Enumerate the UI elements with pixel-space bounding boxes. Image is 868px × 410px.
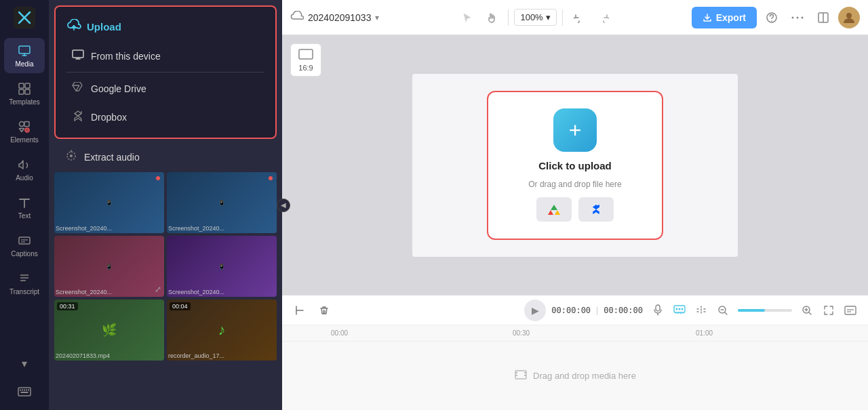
fit-to-screen-btn[interactable] [819, 301, 838, 320]
pointer-tool-btn[interactable] [456, 7, 478, 28]
ruler-mark-30: 00:30 [513, 329, 530, 337]
chevron-down-icon: ▾ [17, 356, 32, 371]
user-avatar[interactable] [838, 7, 860, 28]
google-drive-upload-btn[interactable] [536, 197, 572, 222]
drop-media-label: Drag and drop media here [533, 371, 636, 381]
sidebar-item-media[interactable]: Media [4, 38, 45, 73]
elements-icon [17, 119, 32, 134]
svg-point-46 [676, 308, 678, 310]
dropbox-item[interactable]: Dropbox [61, 103, 270, 131]
media-label-6: recorder_audio_17... [168, 352, 275, 359]
zoom-in-timeline-btn[interactable] [797, 301, 816, 320]
split-btn[interactable] [692, 301, 711, 320]
export-button[interactable]: Export [692, 7, 757, 28]
svg-point-34 [771, 20, 772, 22]
sidebar-item-captions[interactable]: Captions [4, 228, 45, 263]
from-device-item[interactable]: From this device [61, 43, 270, 69]
sidebar-expand-btn[interactable]: ▾ [4, 350, 45, 376]
delete-btn[interactable] [315, 301, 334, 320]
ai-caption-btn[interactable] [670, 301, 689, 320]
svg-rect-27 [73, 50, 83, 58]
timeline-separator: | [596, 306, 598, 315]
svg-rect-7 [25, 89, 30, 94]
media-thumb-3[interactable]: 📱 ⤢ Screenshot_20240... [54, 236, 164, 297]
media-thumb-4[interactable]: 📱 Screenshot_20240... [167, 236, 277, 297]
svg-point-47 [679, 308, 681, 310]
thumb-placeholder-4: 📱 [218, 264, 225, 270]
sidebar-item-transcript[interactable]: Transcript [4, 266, 45, 301]
hand-tool-btn[interactable] [481, 7, 502, 28]
svg-rect-13 [19, 237, 30, 244]
svg-point-31 [70, 155, 73, 157]
media-label-5: 202402071833.mp4 [56, 352, 163, 359]
sidebar-templates-label: Templates [9, 98, 40, 106]
sidebar-item-text[interactable]: Text [4, 190, 45, 225]
split-view-btn[interactable] [812, 7, 834, 28]
media-grid: 📱 Screenshot_20240... 📱 Screenshot_20240… [49, 169, 282, 363]
sidebar-elements-label: Elements [10, 136, 39, 144]
play-button[interactable]: ▶ [524, 300, 546, 321]
canvas-zone: 16:9 + Click to upload Or drag and drop … [282, 35, 868, 295]
upload-box[interactable]: + Click to upload Or drag and drop file … [487, 91, 663, 240]
upload-dropdown: Upload From this device Google Drive [54, 5, 277, 139]
canvas-container: + Click to upload Or drag and drop file … [412, 74, 738, 257]
main-area: 202402091033 ▾ 100% ▾ [282, 0, 868, 410]
filmstrip-icon [514, 369, 528, 383]
mic-btn[interactable] [648, 301, 667, 320]
sidebar-item-elements[interactable]: Elements [4, 114, 45, 149]
zoom-value: 100% [520, 12, 542, 22]
svg-rect-21 [22, 390, 23, 391]
upload-cloud-icon [66, 19, 81, 35]
aspect-ratio-selector[interactable]: 16:9 [290, 43, 321, 77]
redo-btn[interactable] [593, 7, 614, 28]
timeline-tools [648, 301, 860, 320]
svg-rect-5 [25, 83, 30, 88]
svg-point-36 [797, 16, 799, 18]
extract-audio-item[interactable]: Extract audio [52, 144, 279, 169]
thumb-placeholder-2: 📱 [218, 200, 225, 206]
svg-line-52 [725, 312, 727, 314]
upload-label: Upload [87, 21, 121, 33]
svg-rect-9 [24, 122, 29, 127]
timeline-track-area[interactable]: Drag and drop media here [282, 342, 868, 410]
project-name: 202402091033 [308, 12, 371, 23]
media-thumb-6[interactable]: 00:04 ♪ recorder_audio_17... [167, 300, 277, 361]
media-duration-6: 00:04 [170, 302, 191, 310]
svg-rect-24 [28, 390, 29, 391]
sidebar-keyboard-btn[interactable] [4, 379, 45, 405]
more-options-btn[interactable] [787, 7, 808, 28]
zoom-control[interactable]: 100% ▾ [514, 9, 556, 26]
upload-plus-button[interactable]: + [553, 108, 597, 152]
svg-rect-41 [299, 49, 313, 59]
extract-audio-icon [65, 150, 77, 164]
timeline-current-time: 00:00:00 [551, 306, 591, 315]
upload-title: Upload [56, 12, 275, 41]
media-thumb-2[interactable]: 📱 Screenshot_20240... [167, 172, 277, 233]
dropbox-upload-btn[interactable] [578, 197, 614, 222]
undo-btn[interactable] [568, 7, 590, 28]
media-thumb-1[interactable]: 📱 Screenshot_20240... [54, 172, 164, 233]
trim-start-btn[interactable] [290, 301, 309, 320]
media-thumb-5[interactable]: 00:31 🌿 202402071833.mp4 [54, 300, 164, 361]
sidebar-item-audio[interactable]: Audio [4, 152, 45, 187]
monitor-icon [72, 49, 84, 62]
help-btn[interactable] [761, 7, 783, 28]
svg-rect-63 [524, 372, 526, 373]
project-name-section[interactable]: 202402091033 ▾ [290, 11, 379, 24]
sidebar-item-templates[interactable]: Templates [4, 76, 45, 111]
svg-rect-22 [24, 390, 25, 391]
timeline-toolbar: ▶ 00:00:00 | 00:00:00 [282, 295, 868, 325]
svg-point-8 [20, 122, 24, 127]
collapse-panel-btn[interactable]: ◀ [277, 199, 290, 212]
drop-media-zone: Drag and drop media here [282, 342, 868, 410]
media-duration-5: 00:31 [57, 302, 78, 310]
timeline-total-time: 00:00:00 [604, 306, 643, 315]
ruler-mark-0: 00:00 [331, 329, 348, 337]
canvas-tools: 100% ▾ [456, 7, 614, 28]
google-drive-item[interactable]: Google Drive [61, 75, 270, 102]
zoom-out-timeline-btn[interactable] [713, 301, 732, 320]
export-label: Export [716, 12, 746, 23]
svg-point-37 [802, 16, 804, 18]
toolbar-right: Export [692, 7, 860, 28]
caption-view-btn[interactable] [841, 301, 860, 320]
